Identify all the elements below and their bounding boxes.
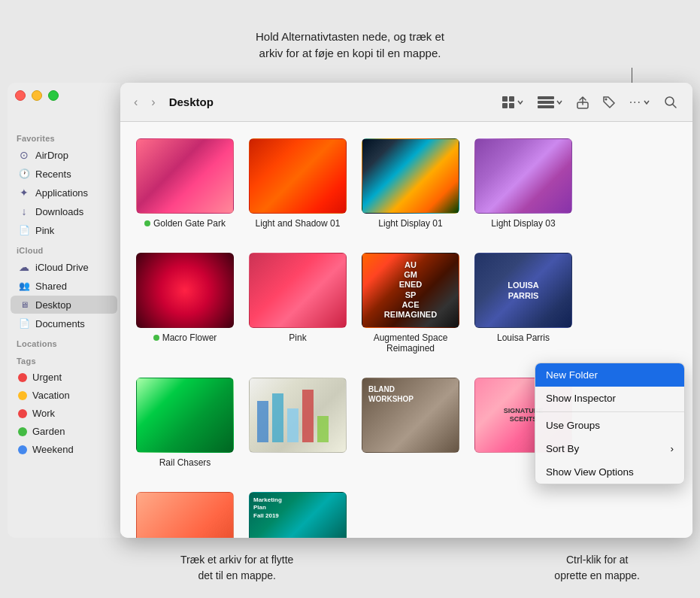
file-label-golden-gate: Golden Gate Park xyxy=(144,218,226,229)
sidebar-item-garden[interactable]: Garden xyxy=(11,423,117,440)
sidebar-item-downloads[interactable]: ↓ Downloads xyxy=(11,202,117,220)
bottom-annotations: Træk et arkiv for at flytte det til en m… xyxy=(120,538,700,598)
file-label-pink: Pink xyxy=(289,332,306,343)
sidebar-item-weekend[interactable]: Weekend xyxy=(11,441,117,458)
view-list-button[interactable] xyxy=(533,93,568,112)
sidebar-label-applications: Applications xyxy=(35,187,88,199)
weekend-tag-dot xyxy=(18,445,27,454)
garden-tag-dot xyxy=(18,427,27,436)
share-button[interactable] xyxy=(572,93,593,112)
file-item-bland[interactable]: BLANDWORKSHOP xyxy=(358,373,463,472)
status-dot-macro-flower xyxy=(153,335,159,341)
file-item-light-shadow[interactable]: Light and Shadow 01 xyxy=(245,134,350,233)
thumbnail-pink xyxy=(249,253,347,328)
file-item-pink[interactable]: Pink xyxy=(245,248,350,358)
sidebar-item-desktop[interactable]: 🖥 Desktop xyxy=(11,296,117,314)
grid-icon xyxy=(502,96,515,109)
list-icon xyxy=(538,96,554,109)
context-menu-sort-by[interactable]: Sort By › xyxy=(535,437,684,460)
svg-rect-1 xyxy=(509,96,514,102)
sidebar-label-shared: Shared xyxy=(35,281,67,292)
work-tag-dot xyxy=(18,409,27,418)
sidebar-item-pink[interactable]: 📄 Pink xyxy=(11,221,117,239)
sidebar-item-urgent[interactable]: Urgent xyxy=(11,369,117,386)
thumbnail-augmented: AUGMENEDSPACEREIMAGINED xyxy=(362,253,459,328)
close-button[interactable] xyxy=(15,90,26,101)
minimize-button[interactable] xyxy=(32,90,42,101)
bottom-annotation-left: Træk et arkiv for at flytte det til en m… xyxy=(180,552,293,584)
thumbnail-golden-gate xyxy=(136,138,234,214)
svg-rect-5 xyxy=(538,101,554,104)
sidebar-section-tags: Tags xyxy=(8,351,120,368)
sidebar-label-documents: Documents xyxy=(35,318,85,329)
file-label-light-shadow: Light and Shadow 01 xyxy=(256,218,341,229)
file-label-rail-chasers: Rail Chasers xyxy=(159,457,211,468)
svg-rect-12 xyxy=(272,393,283,442)
context-menu-show-view-options[interactable]: Show View Options xyxy=(535,460,684,484)
sidebar-label-recents: Recents xyxy=(35,168,71,180)
more-button[interactable]: ··· xyxy=(625,93,655,112)
svg-rect-0 xyxy=(502,96,508,102)
context-menu-new-folder[interactable]: New Folder xyxy=(535,363,684,387)
sidebar-section-favorites: Favorites xyxy=(8,128,120,145)
window-title: Desktop xyxy=(169,96,489,108)
sidebar-label-icloud-drive: iCloud Drive xyxy=(35,262,89,273)
file-item-macro-flower[interactable]: Macro Flower xyxy=(132,248,238,358)
context-menu: New Folder Show Inspector Use Groups Sor… xyxy=(535,363,685,484)
file-item-louisa[interactable]: LOUISAPARRIS Louisa Parris xyxy=(471,248,576,358)
svg-rect-3 xyxy=(509,103,514,108)
file-item-golden-gate[interactable]: Golden Gate Park xyxy=(132,134,238,233)
applications-icon: ✦ xyxy=(18,187,30,199)
sidebar-item-shared[interactable]: 👥 Shared xyxy=(11,277,117,295)
chevron-down2-icon xyxy=(556,99,563,106)
file-item-marketing[interactable]: MarketingPlanFall 2019 PDF xyxy=(245,487,350,538)
louisa-text-overlay: LOUISAPARRIS xyxy=(508,280,539,302)
sidebar-item-work[interactable]: Work xyxy=(11,405,117,422)
sidebar: Favorites ⊙ AirDrop 🕐 Recents ✦ Applicat… xyxy=(8,83,120,538)
context-menu-use-groups[interactable]: Use Groups xyxy=(535,414,684,437)
tag-icon xyxy=(602,96,616,109)
svg-rect-6 xyxy=(538,105,554,108)
sidebar-item-vacation[interactable]: Vacation xyxy=(11,387,117,404)
bottom-annotation-right: Ctrl-klik for at oprette en mappe. xyxy=(554,552,640,584)
sidebar-item-airdrop[interactable]: ⊙ AirDrop xyxy=(11,146,117,164)
file-item-augmented[interactable]: AUGMENEDSPACEREIMAGINED Augmented Space … xyxy=(358,248,463,358)
file-item-light-display01[interactable]: Light Display 01 xyxy=(358,134,463,233)
file-item-chart[interactable] xyxy=(245,373,350,472)
sidebar-label-urgent: Urgent xyxy=(32,372,62,383)
thumbnail-light-display01 xyxy=(362,138,459,214)
svg-rect-2 xyxy=(502,103,508,108)
marketing-text-overlay: MarketingPlanFall 2019 xyxy=(253,496,282,520)
sidebar-label-downloads: Downloads xyxy=(35,206,83,217)
view-toggle-button[interactable] xyxy=(497,93,529,112)
bland-text: BLANDWORKSHOP xyxy=(368,384,414,404)
sidebar-item-documents[interactable]: 📄 Documents xyxy=(11,314,117,332)
sidebar-item-recents[interactable]: 🕐 Recents xyxy=(11,165,117,183)
thumbnail-bland: BLANDWORKSHOP xyxy=(362,378,459,453)
sidebar-label-airdrop: AirDrop xyxy=(35,150,68,161)
finder-window: ‹ › Desktop xyxy=(120,83,692,538)
forward-button[interactable]: › xyxy=(148,93,158,112)
file-item-lina[interactable]: PDF xyxy=(132,487,238,538)
file-item-light-display03[interactable]: Light Display 03 xyxy=(471,134,576,233)
toolbar: ‹ › Desktop xyxy=(120,83,692,122)
search-button[interactable] xyxy=(659,93,682,112)
file-item-rail-chasers[interactable]: Rail Chasers xyxy=(132,373,238,472)
content-area: Golden Gate Park Light and Shadow 01 Lig… xyxy=(120,122,692,538)
context-menu-show-inspector[interactable]: Show Inspector xyxy=(535,387,684,410)
chevron-down3-icon xyxy=(643,99,650,106)
file-label-macro-flower: Macro Flower xyxy=(153,332,217,343)
share-icon xyxy=(577,96,589,109)
sidebar-item-applications[interactable]: ✦ Applications xyxy=(11,184,117,202)
sidebar-item-icloud-drive[interactable]: ☁ iCloud Drive xyxy=(11,258,117,276)
airdrop-icon: ⊙ xyxy=(18,149,30,161)
maximize-button[interactable] xyxy=(48,90,59,101)
file-label-light-display01: Light Display 01 xyxy=(378,218,442,229)
tag-button[interactable] xyxy=(598,93,620,112)
file-label-louisa: Louisa Parris xyxy=(497,332,550,343)
back-button[interactable]: ‹ xyxy=(131,93,141,112)
svg-rect-14 xyxy=(302,390,314,442)
svg-rect-13 xyxy=(287,408,298,442)
sidebar-label-desktop: Desktop xyxy=(35,299,71,311)
traffic-lights xyxy=(15,90,59,101)
